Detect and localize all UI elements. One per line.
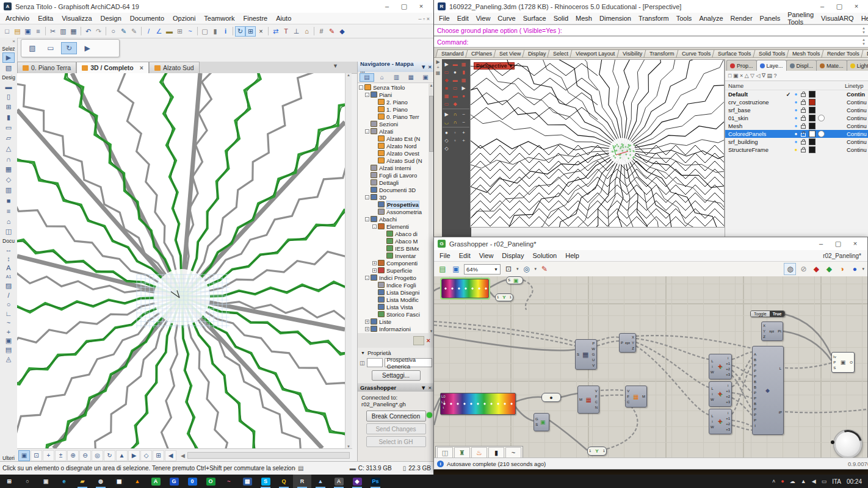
- tree-expander-icon[interactable]: +: [372, 261, 377, 265]
- layer-row[interactable]: crv_costruzione ● Continu: [725, 98, 868, 106]
- float-tool-icon[interactable]: ▧: [24, 42, 40, 54]
- design-tool-icon[interactable]: [2, 164, 15, 174]
- toolbar-tab[interactable]: Solid Tools: [753, 49, 791, 57]
- solver-icon[interactable]: ◆: [823, 264, 834, 274]
- docu-tool-icon[interactable]: [2, 290, 15, 300]
- toolbar-icon[interactable]: [175, 26, 185, 37]
- taskbar-app-icon[interactable]: ⊞: [0, 475, 18, 488]
- chair-icon[interactable]: ♜: [454, 447, 470, 458]
- toolbar-icon[interactable]: [23, 26, 33, 37]
- taskbar-app-icon[interactable]: ▲: [128, 475, 146, 488]
- marquee-tool[interactable]: ▧: [2, 63, 15, 73]
- navigator-tree-item[interactable]: Sezioni: [358, 120, 429, 127]
- toolbar-icon[interactable]: [143, 26, 154, 37]
- gh-component[interactable]: A B P P P B B P P B P P P I L iP: [752, 346, 784, 435]
- panel-tab[interactable]: Displ...: [786, 60, 817, 71]
- menu-item[interactable]: Opzioni: [168, 15, 200, 22]
- horizontal-scrollbar[interactable]: [187, 452, 350, 459]
- taskbar-app-icon[interactable]: e: [55, 475, 73, 488]
- view-nav-icon[interactable]: ▣: [18, 450, 30, 461]
- menu-item[interactable]: Curve: [494, 15, 519, 22]
- navigator-tree-item[interactable]: Prospettiva: [358, 201, 429, 208]
- navigator-close-icon[interactable]: ×: [428, 63, 432, 70]
- design-tool-icon[interactable]: [2, 102, 15, 112]
- navigator-mode-icon[interactable]: ▥: [390, 73, 403, 82]
- navigator-tree-item[interactable]: Abaco di: [358, 230, 429, 237]
- menu-item[interactable]: Solution: [528, 252, 561, 259]
- float-tool-icon[interactable]: ▶: [79, 42, 95, 54]
- navigator-tree-item[interactable]: - Senza Titolo: [358, 84, 429, 91]
- toolbar-icon[interactable]: [327, 26, 337, 37]
- layer-visibility-bulb-icon[interactable]: ●: [792, 139, 800, 145]
- layer-row[interactable]: srf_base ● Continu: [725, 106, 868, 114]
- taskbar-app-icon[interactable]: ▤: [238, 475, 256, 488]
- toolbar-icon[interactable]: [302, 26, 312, 37]
- taskbar-app-icon[interactable]: 0: [183, 475, 201, 488]
- navigator-tree-item[interactable]: Lista Modific: [358, 296, 429, 303]
- layer-color-swatch[interactable]: [809, 115, 816, 121]
- layer-visibility-bulb-icon[interactable]: ●: [792, 115, 800, 121]
- toolbar-icon[interactable]: [291, 26, 302, 37]
- layer-visibility-bulb-icon[interactable]: ●: [792, 99, 800, 105]
- menu-item[interactable]: File: [435, 252, 455, 259]
- navigator-tree-item[interactable]: - Elementi: [358, 223, 429, 230]
- toolbar-tab[interactable]: Render Tools: [822, 49, 866, 57]
- menu-item[interactable]: Edit: [454, 15, 472, 22]
- toolbar-icon[interactable]: [200, 26, 210, 37]
- navigator-mode-icon[interactable]: ▣: [419, 73, 432, 82]
- menu-item[interactable]: Finestre: [239, 15, 272, 22]
- menu-item[interactable]: Analyze: [695, 15, 726, 22]
- design-tool-icon[interactable]: [2, 226, 15, 237]
- navigator-header[interactable]: Navigatore - Mappa ... ▼ ×: [358, 62, 434, 72]
- layer-lock-icon[interactable]: [801, 125, 806, 129]
- tree-expander-icon[interactable]: -: [365, 93, 369, 97]
- minimize-button[interactable]: –: [812, 240, 830, 248]
- preview-quality-icon[interactable]: ●: [849, 264, 860, 274]
- layer-row[interactable]: 01_skin ● Continu: [725, 114, 868, 122]
- menu-item[interactable]: Solid: [550, 15, 572, 22]
- navigator-tree-item[interactable]: - Alzati: [358, 127, 429, 135]
- tree-expander-icon[interactable]: -: [365, 195, 369, 199]
- settings-button[interactable]: Settaggi...: [372, 370, 421, 381]
- layer-color-swatch[interactable]: [809, 91, 816, 98]
- docu-tool-icon[interactable]: [2, 345, 15, 354]
- docu-tool-icon[interactable]: [2, 309, 15, 318]
- toolbar-icon[interactable]: [83, 26, 93, 37]
- design-tool-icon[interactable]: [2, 112, 15, 123]
- layer-color-swatch[interactable]: [809, 123, 816, 129]
- docu-tool-icon[interactable]: [2, 336, 15, 345]
- gradient-component-large[interactable]: L0 L1 t: [440, 393, 516, 415]
- toolbar-tab[interactable]: Standard: [435, 49, 469, 57]
- toolbar-tab[interactable]: Curve Tools: [676, 49, 717, 57]
- docu-tool-icon[interactable]: [2, 245, 15, 254]
- taskbar-app-icon[interactable]: S: [256, 475, 275, 488]
- layer-color-swatch[interactable]: [809, 131, 816, 137]
- view-nav-icon[interactable]: ◀: [165, 450, 176, 461]
- menu-item[interactable]: View: [475, 252, 498, 259]
- toolbar-icon[interactable]: [270, 26, 281, 37]
- navigator-mode-icon[interactable]: ⌂: [375, 73, 389, 82]
- layer-lock-icon[interactable]: [801, 93, 806, 97]
- view-settings-icon[interactable]: ◎: [521, 264, 532, 274]
- layer-color-swatch[interactable]: [809, 146, 816, 153]
- navigator-tree-item[interactable]: Alzato Nord: [358, 142, 429, 149]
- taskbar-app-icon[interactable]: R: [293, 475, 311, 488]
- docu-tool-icon[interactable]: [2, 272, 15, 281]
- layer-row[interactable]: ColoredPanels ● Continu: [725, 130, 868, 138]
- docu-tool-icon[interactable]: [2, 318, 15, 327]
- toolbar-icon[interactable]: [314, 27, 314, 35]
- docu-tool-icon[interactable]: [2, 327, 15, 336]
- watering-can-icon[interactable]: ◫: [437, 447, 453, 458]
- navigator-tree-item[interactable]: + Componenti: [358, 259, 429, 267]
- layer-color-swatch[interactable]: [809, 138, 816, 145]
- tray-icon[interactable]: ˄: [772, 478, 775, 484]
- tab-options-icon[interactable]: ▼: [333, 63, 338, 69]
- menu-item[interactable]: Edita: [34, 15, 57, 22]
- design-tool-icon[interactable]: [2, 92, 15, 102]
- open-file-icon[interactable]: ▤: [437, 264, 448, 274]
- navigator-mode-icon[interactable]: ▦: [404, 73, 418, 82]
- navigator-tree-item[interactable]: Dettagli: [358, 179, 429, 186]
- taskbar-app-icon[interactable]: A: [330, 475, 348, 488]
- layer-lock-icon[interactable]: [801, 133, 806, 137]
- menu-item[interactable]: Documento: [126, 15, 168, 22]
